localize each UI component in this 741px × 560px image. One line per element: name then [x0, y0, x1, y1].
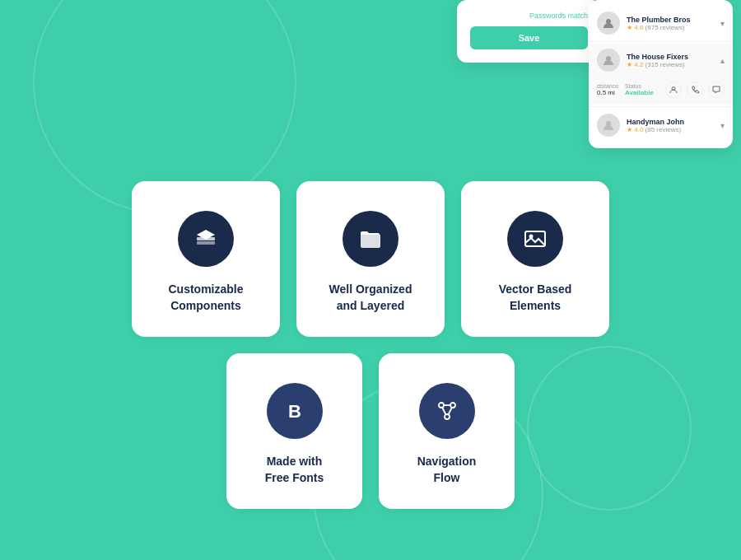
service-rating-2: ★ 4.2 (315 reviews) [627, 61, 714, 68]
svg-rect-7 [525, 231, 545, 246]
service-item-1[interactable]: The Plumber Bros ★ 4.8 (875 reviews) ▾ [589, 7, 733, 40]
chevron-down-icon-3: ▾ [720, 121, 725, 130]
avatar-3 [597, 114, 620, 137]
svg-point-10 [439, 403, 444, 408]
service-rating-3: ★ 4.0 (85 reviews) [627, 126, 714, 133]
feature-label-navigation: NavigationFlow [417, 454, 477, 486]
watermark: www.25xt.com [650, 136, 725, 148]
service-rating-1: ★ 4.8 (875 reviews) [627, 24, 714, 31]
phone-icon[interactable] [687, 82, 703, 98]
service-list-card: The Plumber Bros ★ 4.8 (875 reviews) ▾ T… [589, 0, 733, 148]
features-container: CustomizableComponents Well Organizedand… [115, 181, 626, 525]
feature-card-navigation: NavigationFlow [379, 353, 515, 509]
service-info-1: The Plumber Bros ★ 4.8 (875 reviews) [627, 16, 714, 31]
feature-card-vector: Vector BasedElements [461, 181, 609, 337]
flow-icon-circle [419, 383, 475, 439]
service-name-2: The House Fixers [627, 53, 714, 61]
chevron-up-icon-2: ▴ [720, 56, 725, 65]
svg-text:B: B [288, 401, 301, 422]
svg-point-12 [445, 414, 450, 419]
service-info-3: Handyman John ★ 4.0 (85 reviews) [627, 118, 714, 133]
distance-label: distance 0.5 mi [597, 83, 618, 96]
status-badge: Available [625, 89, 654, 96]
feature-label-organized: Well Organizedand Layered [329, 282, 412, 314]
message-icon[interactable] [708, 82, 725, 98]
password-match-text: Passwords match [470, 12, 588, 20]
action-icons [665, 82, 725, 98]
feature-label-fonts: Made withFree Fonts [265, 454, 324, 486]
service-item-2[interactable]: The House Fixers ★ 4.2 (315 reviews) ▴ d… [589, 44, 733, 105]
avatar-2 [597, 49, 620, 72]
save-button[interactable]: Save [470, 26, 588, 49]
password-card: Passwords match Save [457, 0, 601, 63]
folder-icon-circle [343, 211, 398, 267]
layers-icon-circle [178, 211, 234, 267]
svg-rect-4 [197, 241, 215, 245]
bold-icon-circle: B [267, 383, 323, 439]
divider-2 [589, 106, 733, 107]
feature-label-customizable: CustomizableComponents [168, 282, 243, 314]
feature-card-customizable: CustomizableComponents [132, 181, 280, 337]
avatar-1 [597, 12, 620, 35]
service-details-2: distance 0.5 mi Status Available [597, 78, 725, 100]
feature-card-organized: Well Organizedand Layered [296, 181, 445, 337]
service-info-2: The House Fixers ★ 4.2 (315 reviews) [627, 53, 714, 68]
features-row-1: CustomizableComponents Well Organizedand… [115, 181, 626, 337]
service-name-1: The Plumber Bros [627, 16, 714, 24]
svg-point-11 [450, 403, 455, 408]
divider-1 [589, 41, 733, 42]
profile-icon[interactable] [665, 82, 682, 98]
feature-card-fonts: B Made withFree Fonts [226, 353, 362, 509]
svg-line-15 [448, 408, 452, 415]
status-item: Status Available [625, 83, 654, 96]
svg-line-14 [442, 408, 446, 415]
chevron-down-icon-1: ▾ [720, 19, 725, 28]
service-name-3: Handyman John [627, 118, 714, 126]
image-icon-circle [507, 211, 563, 267]
feature-label-vector: Vector BasedElements [499, 282, 572, 314]
features-row-2: B Made withFree Fonts NavigationFlow [115, 353, 626, 509]
